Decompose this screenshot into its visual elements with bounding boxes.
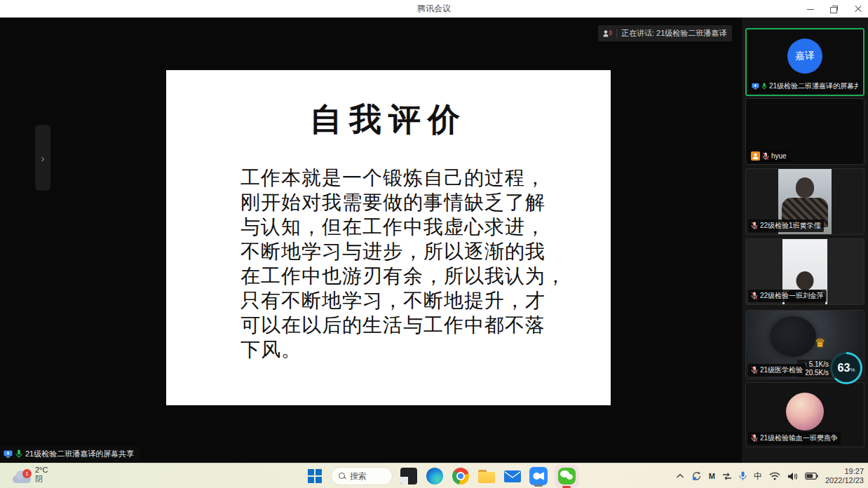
shared-slide: 自我评价 工作本就是一个锻炼自己的过程， 刚开始对我需要做的事情缺乏了解 与认知… — [166, 70, 611, 405]
wifi-icon[interactable] — [769, 472, 780, 480]
tray-transfer-icon[interactable] — [722, 473, 732, 480]
window-titlebar: 腾讯会议 — [0, 0, 868, 18]
search-label: 搜索 — [350, 470, 367, 482]
screen-share-banner: 21级检验二班潘嘉译的屏幕共享 — [0, 447, 140, 461]
host-person-icon — [751, 151, 760, 161]
progress-value: 63 — [838, 362, 850, 374]
slide-title: 自我评价 — [166, 98, 611, 142]
system-tray: M 中 — [676, 463, 864, 488]
participant-label: 21级检验二班潘嘉译的屏幕共享 — [749, 80, 861, 93]
windows-taskbar: 1 2°C 阴 搜索 — [0, 463, 868, 488]
participant-label: 22级检验一班刘金萍 — [748, 290, 827, 302]
avatar: 嘉译 — [787, 39, 822, 74]
window-controls — [806, 0, 862, 18]
participant-name: hyue — [771, 152, 787, 160]
notification-badge: 1 — [22, 469, 32, 478]
mic-muted-icon — [751, 222, 758, 230]
battery-icon[interactable] — [805, 473, 818, 480]
panel-expand-toggle[interactable]: › — [35, 125, 50, 191]
weather-widget[interactable]: 1 2°C 阴 — [13, 466, 48, 484]
tray-app-m-icon[interactable]: M — [709, 472, 715, 480]
mic-muted-icon — [751, 292, 758, 300]
wechat-icon — [558, 468, 576, 484]
tencent-meeting-icon — [529, 467, 548, 485]
taskbar-app-wechat[interactable] — [555, 465, 578, 487]
participant-name: 22级检验一班刘金萍 — [760, 291, 824, 301]
clock-date: 2022/12/23 — [825, 476, 864, 485]
taskbar-center: 搜索 — [305, 463, 578, 488]
cloud-icon: 1 — [13, 475, 31, 483]
progress-ring: 63 % — [830, 352, 862, 384]
speaking-indicator: 正在讲话: 21级检验二班潘嘉译 — [598, 25, 732, 41]
tray-mic-icon[interactable] — [739, 471, 747, 481]
divider — [616, 29, 617, 38]
avatar — [786, 393, 824, 431]
person-silhouette — [796, 177, 814, 198]
participant-tile-fan[interactable]: 21级检验输血一班樊燕争 — [745, 382, 864, 447]
speaker-icon[interactable] — [787, 472, 798, 481]
screen-share-icon — [752, 83, 759, 90]
tray-sync-icon[interactable] — [691, 471, 702, 481]
taskbar-app-chrome[interactable] — [451, 466, 470, 486]
chrome-icon — [452, 468, 469, 484]
participant-label: 22级检验1班黄学儒 — [748, 219, 824, 232]
running-indicator — [534, 484, 543, 487]
speaking-person-icon — [602, 29, 612, 39]
upload-speed: ↑ 5.1K/s — [804, 360, 829, 368]
windows-logo-icon — [308, 469, 322, 483]
close-icon[interactable] — [854, 5, 862, 13]
progress-unit: % — [850, 367, 855, 373]
weather-condition: 阴 — [35, 475, 48, 484]
chevron-right-icon: › — [41, 152, 45, 164]
participant-tile-liu[interactable]: 22级检验一班刘金萍 — [745, 238, 864, 305]
tray-expand-chevron-icon[interactable] — [676, 473, 684, 479]
speaking-indicator-text: 正在讲话: 21级检验二班潘嘉译 — [621, 28, 726, 39]
weather-text: 2°C 阴 — [35, 466, 48, 484]
mic-on-icon — [761, 82, 767, 90]
taskbar-app-dark[interactable] — [399, 466, 419, 486]
folder-icon — [478, 470, 495, 483]
restore-icon[interactable] — [830, 5, 839, 13]
mic-on-icon — [15, 449, 22, 459]
meeting-stage: 正在讲话: 21级检验二班潘嘉译 › 自我评价 工作本就是一个锻炼自己的过程， … — [0, 18, 742, 463]
upload-value: 5.1K/s — [809, 360, 829, 368]
tencent-meeting-window: 腾讯会议 正在讲话: 21级检验二班潘嘉译 › 自我评价 工作本就是一个锻炼自己… — [0, 0, 868, 488]
participant-name: 21级检验二班潘嘉译的屏幕共享 — [769, 81, 858, 91]
mic-muted-icon — [751, 366, 758, 374]
participant-name: 21级检验输血一班樊燕争 — [760, 433, 838, 443]
mic-muted-icon — [762, 152, 769, 161]
participant-tile-huang[interactable]: 22级检验1班黄学儒 — [745, 168, 864, 235]
person-silhouette — [770, 316, 816, 357]
taskbar-app-meeting[interactable] — [529, 466, 548, 486]
window-title: 腾讯会议 — [417, 3, 451, 15]
participant-tile-hyue[interactable]: hyue — [745, 98, 864, 165]
weather-temp: 2°C — [35, 466, 48, 475]
participant-label: hyue — [748, 150, 789, 162]
crown-vip-icon: ♛ — [815, 336, 825, 351]
screen-share-icon — [4, 450, 13, 458]
taskbar-app-explorer[interactable] — [477, 466, 496, 486]
participant-tile-sharer[interactable]: 嘉译 21级检验二班潘嘉译的屏幕共享 — [745, 28, 864, 96]
mail-icon — [504, 470, 521, 482]
screen-share-banner-text: 21级检验二班潘嘉译的屏幕共享 — [25, 449, 134, 459]
progress-ring-inner: 63 % — [832, 354, 860, 382]
person-silhouette — [796, 271, 814, 290]
participants-sidebar: 嘉译 21级检验二班潘嘉译的屏幕共享 — [742, 18, 868, 463]
participant-name: 21级医学检验 — [760, 365, 803, 375]
edge-icon — [426, 468, 443, 484]
taskbar-app-edge[interactable] — [425, 466, 445, 486]
participant-label: 21级医学检验 — [748, 364, 806, 377]
start-button[interactable] — [305, 466, 325, 486]
minimize-icon[interactable] — [806, 5, 815, 13]
input-method-indicator[interactable]: 中 — [754, 470, 762, 482]
taskbar-clock[interactable]: 19:27 2022/12/23 — [825, 467, 864, 485]
download-value: 20.5K/s — [805, 369, 829, 377]
participant-label: 21级检验输血一班樊燕争 — [748, 432, 841, 445]
search-input[interactable]: 搜索 — [331, 467, 393, 485]
participant-name: 22级检验1班黄学儒 — [760, 221, 821, 231]
avatar-initials: 嘉译 — [795, 50, 815, 62]
search-icon — [339, 473, 346, 480]
dark-app-icon — [400, 468, 417, 484]
clock-time: 19:27 — [844, 467, 864, 476]
taskbar-app-mail[interactable] — [503, 466, 522, 486]
